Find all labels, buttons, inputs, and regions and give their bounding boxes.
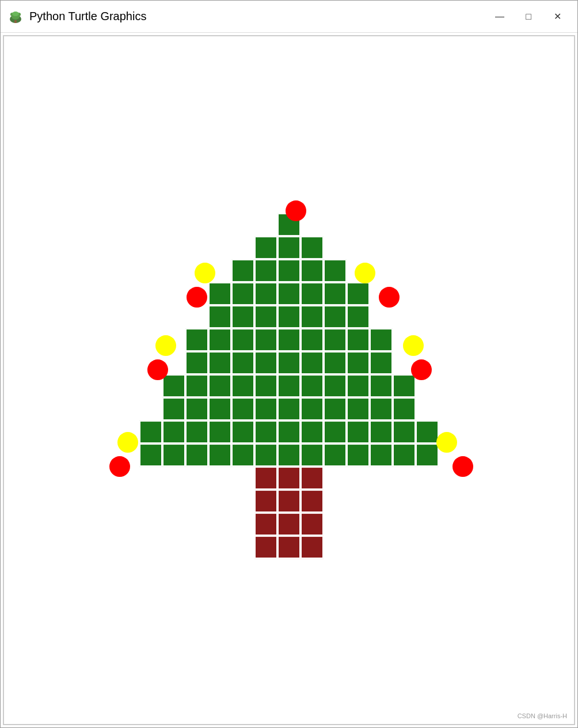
cell [162,282,185,305]
tree-row-8 [139,397,439,420]
cell [162,443,185,467]
cell [416,513,439,536]
cell [324,374,347,397]
trunk-cell [301,513,324,536]
ornament-top-red [286,200,306,221]
ornament-row6-left-red [147,359,168,380]
cell [162,420,185,443]
cell [254,213,277,236]
ornament-row6-right-red [411,359,432,380]
cell [231,351,254,374]
cell [254,305,277,328]
cell [231,374,254,397]
cell [324,351,347,374]
cell [324,259,347,282]
watermark: CSDN @Harris-H [518,712,567,719]
cell [393,420,416,443]
cell [208,351,231,374]
cell [324,305,347,328]
cell [370,467,393,490]
ornament-row10-left-red [109,456,130,477]
cell [324,213,347,236]
cell [416,467,439,490]
cell [254,328,277,351]
cell [416,420,439,443]
cell [277,305,301,328]
cell [139,236,162,259]
cell [277,328,301,351]
cell [416,490,439,513]
cell [416,443,439,467]
cell [370,305,393,328]
svg-rect-2 [14,20,17,23]
cell [139,490,162,513]
cell [185,328,208,351]
trunk-cell [301,467,324,490]
cell [347,397,370,420]
cell [231,420,254,443]
ornament-row2-right-yellow [355,263,375,283]
title-bar: Python Turtle Graphics — □ ✕ [1,1,577,33]
christmas-tree [139,213,439,559]
cell [231,213,254,236]
app-icon [7,9,24,25]
cell [416,213,439,236]
cell [370,513,393,536]
cell [416,397,439,420]
cell [393,513,416,536]
cell [254,282,277,305]
trunk-cell [254,490,277,513]
cell [231,536,254,559]
cell [324,536,347,559]
cell [370,236,393,259]
cell [208,420,231,443]
cell [208,236,231,259]
cell [393,467,416,490]
cell [185,236,208,259]
canvas-area: CSDN @Harris-H [3,35,575,725]
cell [185,397,208,420]
cell [393,374,416,397]
minimize-button[interactable]: — [486,5,513,28]
cell [393,236,416,259]
cell [277,351,301,374]
trunk-cell [254,467,277,490]
cell [301,305,324,328]
cell [347,467,370,490]
cell [301,236,324,259]
cell [254,397,277,420]
ornament-row9-left-yellow [117,432,138,453]
tree-row-5 [139,328,439,351]
cell [208,213,231,236]
cell [324,513,347,536]
cell [393,536,416,559]
cell [208,536,231,559]
cell [370,213,393,236]
svg-point-5 [12,12,19,16]
cell [347,420,370,443]
cell [231,490,254,513]
trunk-row-2 [139,490,439,513]
cell [185,420,208,443]
trunk-cell [277,467,301,490]
trunk-cell [301,490,324,513]
cell [162,374,185,397]
cell [416,236,439,259]
close-button[interactable]: ✕ [544,5,571,28]
cell [139,259,162,282]
trunk-cell [277,513,301,536]
cell [324,467,347,490]
cell [162,259,185,282]
window-controls: — □ ✕ [486,5,571,28]
cell [347,443,370,467]
cell [208,513,231,536]
cell [324,490,347,513]
ornament-row5-right-yellow [403,335,424,356]
maximize-button[interactable]: □ [515,5,542,28]
cell [231,259,254,282]
cell [277,420,301,443]
cell [185,305,208,328]
ornament-row10-right-red [452,456,473,477]
cell [208,305,231,328]
cell [301,397,324,420]
